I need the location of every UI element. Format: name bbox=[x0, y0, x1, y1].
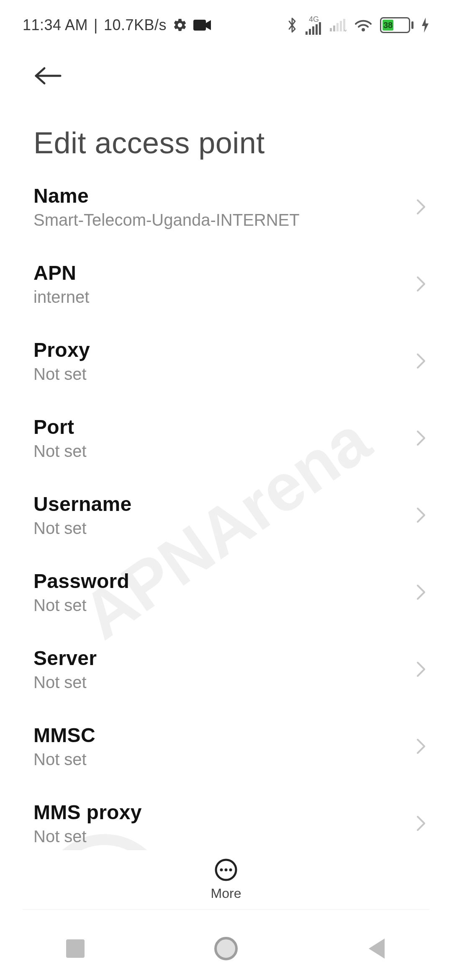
bottom-divider bbox=[23, 909, 429, 910]
nav-back-button[interactable] bbox=[360, 932, 393, 965]
svg-point-18 bbox=[229, 868, 232, 871]
row-value: Not set bbox=[33, 827, 142, 846]
row-value: Not set bbox=[33, 750, 95, 769]
svg-point-17 bbox=[225, 868, 228, 871]
row-value: Not set bbox=[33, 519, 132, 538]
video-icon bbox=[193, 19, 211, 31]
row-label: Username bbox=[33, 493, 132, 516]
page-title: Edit access point bbox=[33, 126, 429, 160]
row-value: Not set bbox=[33, 442, 87, 461]
row-apn[interactable]: APN internet bbox=[0, 245, 452, 322]
row-label: MMS proxy bbox=[33, 801, 142, 824]
chevron-right-icon bbox=[415, 198, 427, 216]
more-label: More bbox=[211, 886, 241, 901]
triangle-left-icon bbox=[369, 939, 385, 959]
row-label: MMSC bbox=[33, 724, 95, 747]
bottom-action-bar: More bbox=[0, 850, 452, 909]
row-server[interactable]: Server Not set bbox=[0, 631, 452, 708]
chevron-right-icon bbox=[415, 737, 427, 756]
charging-icon bbox=[421, 18, 429, 33]
svg-point-13 bbox=[362, 28, 365, 31]
svg-rect-4 bbox=[312, 26, 314, 35]
svg-rect-6 bbox=[319, 22, 321, 35]
row-mmsc[interactable]: MMSC Not set bbox=[0, 708, 452, 785]
battery-percent: 38 bbox=[383, 21, 393, 30]
battery-icon: 38 bbox=[380, 17, 413, 33]
row-proxy[interactable]: Proxy Not set bbox=[0, 322, 452, 400]
row-label: Name bbox=[33, 184, 300, 207]
status-bar: 11:34 AM | 10.7KB/s 4G x bbox=[0, 0, 452, 40]
svg-rect-10 bbox=[340, 21, 342, 31]
row-value: Not set bbox=[33, 596, 129, 615]
row-label: APN bbox=[33, 261, 89, 284]
svg-rect-2 bbox=[306, 31, 308, 35]
svg-text:x: x bbox=[344, 28, 347, 31]
back-button[interactable] bbox=[33, 61, 67, 90]
svg-rect-8 bbox=[333, 26, 335, 31]
chevron-right-icon bbox=[415, 660, 427, 678]
row-value: Smart-Telecom-Uganda-INTERNET bbox=[33, 211, 300, 230]
gear-icon bbox=[172, 18, 187, 33]
more-icon bbox=[214, 858, 238, 882]
chevron-right-icon bbox=[415, 506, 427, 524]
nav-recents-button[interactable] bbox=[59, 932, 92, 965]
status-time: 11:34 AM bbox=[23, 16, 88, 34]
chevron-right-icon bbox=[415, 352, 427, 370]
row-port[interactable]: Port Not set bbox=[0, 400, 452, 477]
settings-list: Name Smart-Telecom-Uganda-INTERNET APN i… bbox=[0, 168, 452, 871]
signal-2-icon: x bbox=[330, 19, 347, 31]
row-label: Password bbox=[33, 570, 129, 593]
status-separator: | bbox=[94, 16, 98, 34]
wifi-icon bbox=[354, 18, 372, 32]
chevron-right-icon bbox=[415, 275, 427, 293]
row-password[interactable]: Password Not set bbox=[0, 554, 452, 631]
row-label: Proxy bbox=[33, 338, 90, 361]
chevron-right-icon bbox=[415, 583, 427, 601]
status-netspeed: 10.7KB/s bbox=[104, 16, 167, 34]
nav-home-button[interactable] bbox=[209, 932, 243, 965]
svg-rect-5 bbox=[316, 24, 318, 35]
nav-bar bbox=[0, 917, 452, 980]
chevron-right-icon bbox=[415, 814, 427, 833]
bluetooth-icon bbox=[286, 17, 298, 34]
svg-rect-7 bbox=[330, 28, 332, 31]
circle-icon bbox=[214, 937, 238, 960]
row-value: internet bbox=[33, 288, 89, 307]
row-username[interactable]: Username Not set bbox=[0, 477, 452, 554]
row-label: Port bbox=[33, 415, 87, 438]
chevron-right-icon bbox=[415, 429, 427, 447]
row-label: Server bbox=[33, 647, 97, 670]
row-value: Not set bbox=[33, 673, 97, 692]
signal-1-icon: 4G bbox=[306, 15, 322, 35]
more-button[interactable]: More bbox=[211, 858, 241, 901]
arrow-left-icon bbox=[33, 65, 63, 86]
row-name[interactable]: Name Smart-Telecom-Uganda-INTERNET bbox=[0, 168, 452, 245]
svg-rect-1 bbox=[193, 20, 206, 31]
row-value: Not set bbox=[33, 365, 90, 384]
square-icon bbox=[66, 939, 85, 958]
svg-rect-9 bbox=[336, 23, 339, 31]
svg-point-16 bbox=[220, 868, 223, 871]
svg-rect-3 bbox=[309, 29, 311, 35]
